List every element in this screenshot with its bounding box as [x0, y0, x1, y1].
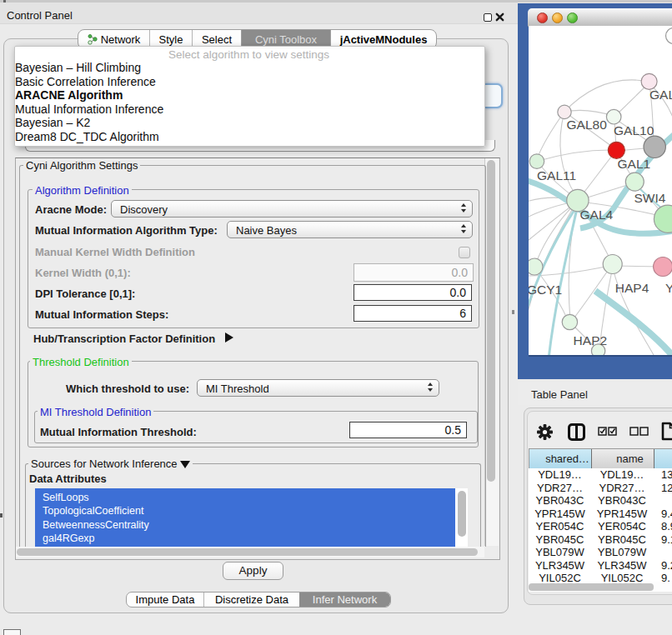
svg-text:SWI4: SWI4 [634, 191, 666, 205]
svg-text:GCY1: GCY1 [529, 282, 562, 297]
svg-text:HAP2: HAP2 [574, 333, 608, 348]
svg-text:GAL10: GAL10 [614, 123, 654, 138]
svg-text:GAL11: GAL11 [537, 168, 576, 182]
svg-text:GAL80: GAL80 [567, 118, 608, 132]
svg-text:HAP4: HAP4 [615, 281, 649, 295]
svg-text:YJ: YJ [665, 281, 672, 295]
svg-text:GAL2: GAL2 [649, 88, 672, 102]
svg-text:GAL4: GAL4 [580, 208, 614, 222]
svg-text:GAL1: GAL1 [618, 157, 651, 171]
